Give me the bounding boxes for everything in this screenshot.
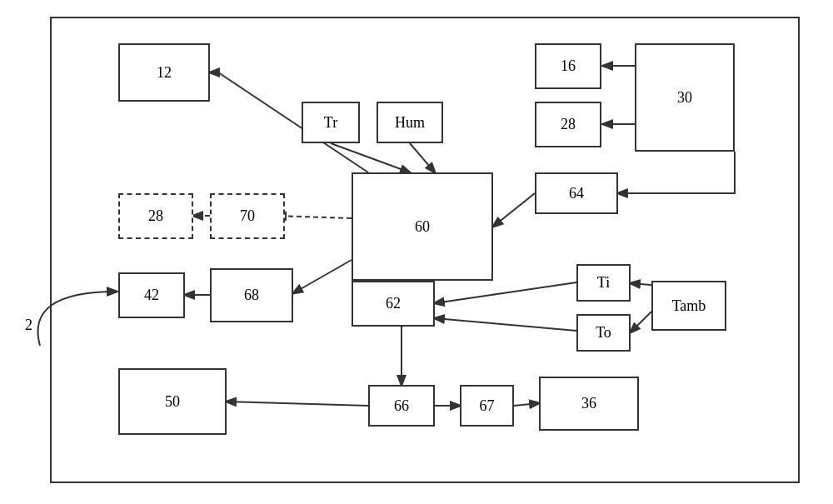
svg-line-12 <box>631 312 651 332</box>
box-Ti: Ti <box>576 264 631 302</box>
svg-line-5 <box>277 216 352 218</box>
box-16: 16 <box>535 43 601 89</box>
svg-line-9 <box>435 282 576 303</box>
diagram-border: 12 Tr Hum 16 28 30 64 60 28 70 68 42 62 <box>50 17 800 483</box>
box-Tr: Tr <box>302 102 360 143</box>
label-2: 2 <box>25 317 32 334</box>
box-67: 67 <box>460 385 514 427</box>
box-66: 66 <box>368 385 435 427</box>
svg-line-16 <box>227 402 368 406</box>
box-Tamb: Tamb <box>651 281 726 331</box>
box-42: 42 <box>118 272 185 318</box>
box-64: 64 <box>535 172 618 214</box>
svg-line-11 <box>631 283 651 285</box>
svg-line-10 <box>435 318 576 331</box>
box-Hum: Hum <box>377 102 443 143</box>
box-70-dashed: 70 <box>210 193 285 239</box>
box-30: 30 <box>635 43 735 152</box>
svg-line-7 <box>293 260 352 293</box>
box-50: 50 <box>118 368 227 435</box>
box-To: To <box>576 314 631 352</box>
box-28-solid: 28 <box>535 102 601 147</box>
box-36: 36 <box>539 377 639 431</box>
box-68: 68 <box>210 268 293 322</box>
box-28-dashed: 28 <box>118 193 193 239</box>
svg-line-2 <box>331 143 410 172</box>
box-12: 12 <box>118 43 210 102</box>
svg-line-15 <box>514 403 539 406</box>
box-60: 60 <box>352 172 493 281</box>
svg-line-4 <box>493 193 535 227</box>
box-62: 62 <box>352 281 435 327</box>
svg-line-3 <box>410 143 435 172</box>
